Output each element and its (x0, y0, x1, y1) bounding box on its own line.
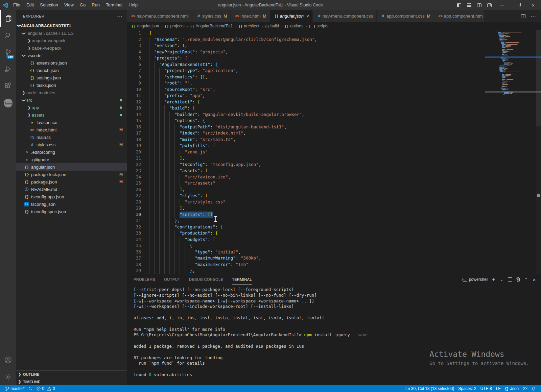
tree-item-src[interactable]: ❯src (16, 96, 127, 104)
language-mode-status[interactable]: {} Json (503, 385, 521, 392)
toggle-sidebar-icon[interactable] (454, 0, 464, 10)
terminal-dropdown-icon[interactable]: ⌄ (498, 275, 506, 284)
minimap[interactable] (497, 31, 536, 95)
activity-search-icon[interactable] (0, 27, 16, 44)
tree-item-index.html[interactable]: <>index.htmlM (16, 126, 127, 133)
tree-item-settings.json[interactable]: {}settings.json (16, 74, 127, 81)
tree-item-tsconfig.app.json[interactable]: {}tsconfig.app.json (16, 193, 127, 200)
more-actions-icon[interactable]: ··· (528, 10, 538, 22)
split-editor-icon[interactable] (518, 10, 528, 22)
tree-item-main.ts[interactable]: TSmain.ts (16, 133, 127, 141)
tree-item-favicon.ico[interactable]: ★favicon.ico (16, 119, 127, 126)
tree-item-.vscode[interactable]: ❯.vscode (16, 52, 127, 59)
menu-selection[interactable]: Selection (37, 0, 61, 10)
tab-nav-menu.component.html[interactable]: <>nav-menu.component.html (127, 10, 192, 22)
menu-edit[interactable]: Edit (23, 0, 37, 10)
tree-item-package-lock.json[interactable]: {}package-lock.jsonM (16, 171, 127, 178)
tree-item-extensions.json[interactable]: {}extensions.json (16, 59, 127, 67)
panel-tab-terminal[interactable]: TERMINAL (232, 274, 252, 285)
maximize-panel-icon[interactable]: ⌃ (522, 275, 530, 284)
tree-item-babel-webpack[interactable]: ❯babel-webpack (16, 44, 127, 52)
activity-json-extension-icon[interactable]: Json (0, 95, 16, 112)
tree-item-node-modules[interactable]: ❯node_modules (16, 89, 127, 96)
indentation-status[interactable]: Spaces: 2 (456, 385, 478, 392)
close-panel-icon[interactable]: × (530, 275, 538, 284)
menu-go[interactable]: Go (77, 0, 89, 10)
encoding-status[interactable]: UTF-8 (478, 385, 494, 392)
toggle-panel-icon[interactable] (464, 0, 474, 10)
code-editor[interactable]: 1{2 "$schema": "./node_modules/@angular/… (127, 30, 541, 274)
kill-terminal-icon[interactable] (514, 275, 522, 284)
tree-root-folder[interactable]: ❯ ANGULARBACKENDTST1 (16, 22, 127, 29)
sync-status[interactable] (26, 385, 34, 392)
breadcrumb[interactable]: {}angular.json›{}projects›{}AngularBacke… (127, 22, 541, 30)
breadcrumb-separator-icon: › (281, 24, 282, 29)
tree-item-.gitignore[interactable]: ◈.gitignore (16, 156, 127, 163)
section-timeline[interactable]: ❯TIMELINE (16, 378, 127, 385)
tree-item-tasks.json[interactable]: {}tasks.json (16, 81, 127, 89)
eol-status[interactable]: LF (494, 385, 503, 392)
tree-item-readme.md[interactable]: ⓘREADME.md (16, 186, 127, 193)
menu-run[interactable]: Run (89, 0, 103, 10)
editor-scrollbar[interactable] (536, 30, 541, 274)
activity-account-icon[interactable] (0, 351, 16, 368)
activity-run-debug-icon[interactable] (0, 61, 16, 78)
code-line-24: 24 "src/favicon.ico", (127, 174, 541, 180)
cursor-position-status[interactable]: Ln 30, Col 13 (13 selected) (403, 385, 456, 392)
feedback-icon[interactable] (521, 385, 530, 392)
tab-nav-menu.component.css[interactable]: #nav-menu.component.css (313, 10, 377, 22)
close-button[interactable]: × (525, 0, 541, 10)
activity-explorer-icon[interactable] (0, 10, 16, 27)
menu-file[interactable]: File (10, 0, 23, 10)
chevron-right-icon: ❯ (21, 91, 26, 95)
tab-styles.css[interactable]: #styles.cssM (192, 10, 231, 22)
tab-app.component.css[interactable]: #app.component.cssM (377, 10, 434, 22)
new-terminal-icon[interactable]: + (490, 275, 498, 284)
tree-item-launch.json[interactable]: {}launch.json (16, 67, 127, 74)
breadcrumb-item-angularbackendtst1[interactable]: {}AngularBackendTst1 (190, 24, 233, 28)
breadcrumb-item-options[interactable]: {}options (285, 24, 303, 28)
breadcrumb-item-build[interactable]: {}build (265, 24, 279, 28)
toggle-secondary-sidebar-icon[interactable] (474, 0, 484, 10)
tree-item-tsconfig.json[interactable]: TStsconfig.json (16, 200, 127, 208)
breadcrumb-item-angular.json[interactable]: {}angular.json (132, 24, 159, 28)
code-line-23: 23 "assets": [ (127, 168, 541, 174)
customize-layout-icon[interactable] (484, 0, 494, 10)
split-terminal-icon[interactable] (506, 275, 514, 284)
panel-tab-problems[interactable]: PROBLEMS (134, 274, 155, 285)
menu-view[interactable]: View (61, 0, 77, 10)
close-tab-icon[interactable]: × (306, 14, 309, 19)
restore-button[interactable] (510, 0, 525, 10)
tab-app.component.htm[interactable]: <>app.component.htm (434, 10, 484, 22)
activity-settings-icon[interactable] (0, 368, 16, 385)
problems-status[interactable]: 0 0 (34, 385, 57, 392)
tree-item-.editorconfig[interactable]: ⚙.editorconfig (16, 148, 127, 156)
notifications-bell-icon[interactable] (530, 385, 538, 392)
activity-extensions-icon[interactable] (0, 78, 16, 95)
tree-item-.angular---cache---15.1.3[interactable]: ❯.angular \ cache \ 15.1.3 (16, 29, 127, 37)
menu-terminal[interactable]: Terminal (103, 0, 125, 10)
terminal-shell-select[interactable]: >_ powershell (463, 275, 488, 284)
tab-index.html[interactable]: <>index.htmlM (231, 10, 270, 22)
panel-tab-output[interactable]: OUTPUT (164, 274, 180, 285)
tree-item-app[interactable]: ❯app (16, 104, 127, 111)
tab-angular.json[interactable]: {}angular.json× (270, 10, 313, 22)
tree-item-styles.css[interactable]: #styles.cssM (16, 141, 127, 148)
tree-item-assets[interactable]: ❯assets (16, 111, 127, 119)
panel-tab-debug-console[interactable]: DEBUG CONSOLE (189, 274, 223, 285)
tree-item-tsconfig.spec.json[interactable]: {}tsconfig.spec.json (16, 208, 127, 215)
breadcrumb-item-scripts[interactable]: [ ]scripts (309, 24, 328, 28)
minimize-button[interactable] (494, 0, 510, 10)
tree-item-angular-webpack[interactable]: ❯angular-webpack (16, 37, 127, 44)
breadcrumb-item-architect[interactable]: {}architect (238, 24, 259, 28)
git-branch-status[interactable]: master* (3, 385, 26, 392)
terminal[interactable]: Activate Windows Go to Settings to activ… (127, 285, 541, 385)
menu-help[interactable]: Help (125, 0, 141, 10)
section-outline[interactable]: ❯OUTLINE (16, 370, 127, 378)
explorer-actions-icon[interactable]: ··· (117, 14, 123, 19)
breadcrumb-item-projects[interactable]: {}projects (165, 24, 185, 28)
activity-source-control-icon[interactable]: 980 (0, 44, 16, 61)
line-number: 8 (127, 74, 141, 80)
tree-item-package.json[interactable]: {}package.jsonM (16, 178, 127, 186)
tree-item-angular.json[interactable]: {}angular.json (16, 163, 127, 171)
